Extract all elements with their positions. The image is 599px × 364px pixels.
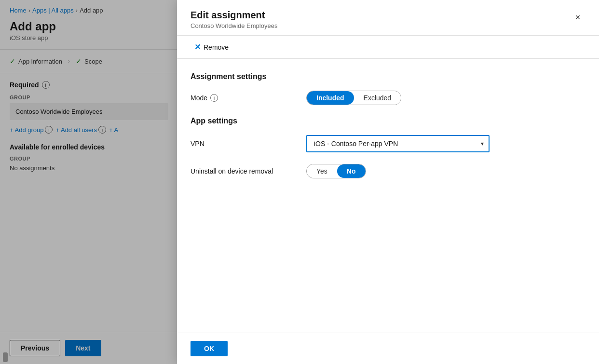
mode-label-text: Mode: [191, 94, 207, 102]
mode-included-option[interactable]: Included: [307, 91, 354, 105]
mode-info-icon[interactable]: i: [210, 94, 218, 102]
mode-excluded-option[interactable]: Excluded: [354, 91, 401, 105]
modal-footer: OK: [177, 333, 599, 364]
mode-field-row: Mode i Included Excluded: [191, 91, 585, 105]
modal-header-text: Edit assignment Contoso Worldwide Employ…: [191, 10, 277, 29]
mode-label: Mode i: [191, 94, 306, 102]
uninstall-label: Uninstall on device removal: [191, 167, 306, 175]
assignment-settings-title: Assignment settings: [191, 72, 585, 81]
uninstall-field-row: Uninstall on device removal Yes No: [191, 164, 585, 178]
remove-x-icon: ✕: [194, 42, 201, 52]
vpn-label-text: VPN: [191, 140, 204, 148]
uninstall-toggle-group: Yes No: [306, 164, 366, 178]
uninstall-label-text: Uninstall on device removal: [191, 167, 273, 175]
app-settings-title: App settings: [191, 117, 585, 125]
vpn-select[interactable]: iOS - Contoso Per-app VPN None: [306, 135, 490, 152]
modal-title: Edit assignment: [191, 10, 277, 21]
modal-subtitle: Contoso Worldwide Employees: [191, 22, 277, 29]
vpn-field-row: VPN iOS - Contoso Per-app VPN None ▾: [191, 135, 585, 152]
modal-body: Assignment settings Mode i Included Excl…: [177, 59, 599, 333]
modal-panel: Edit assignment Contoso Worldwide Employ…: [177, 0, 599, 364]
uninstall-yes-option[interactable]: Yes: [307, 164, 337, 178]
modal-toolbar: ✕ Remove: [177, 36, 599, 59]
modal-close-button[interactable]: ×: [570, 10, 585, 25]
uninstall-no-option[interactable]: No: [337, 164, 366, 178]
mode-toggle-group: Included Excluded: [306, 91, 401, 105]
modal-header: Edit assignment Contoso Worldwide Employ…: [177, 0, 599, 36]
vpn-label: VPN: [191, 140, 306, 148]
vpn-dropdown-wrapper: iOS - Contoso Per-app VPN None ▾: [306, 135, 490, 152]
remove-button[interactable]: ✕ Remove: [191, 40, 232, 54]
ok-button[interactable]: OK: [191, 341, 228, 356]
remove-label: Remove: [204, 43, 229, 51]
